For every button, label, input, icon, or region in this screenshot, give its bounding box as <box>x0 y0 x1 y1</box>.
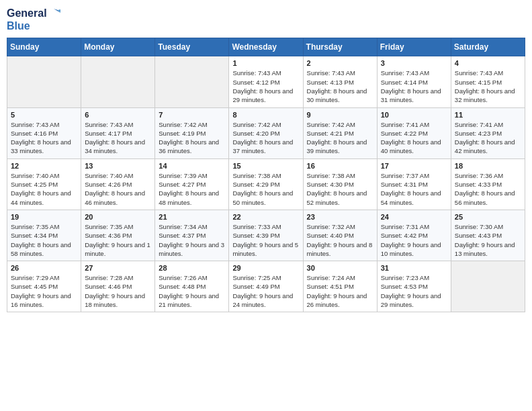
day-info: Sunrise: 7:32 AM Sunset: 4:40 PM Dayligh… <box>307 222 373 258</box>
day-info: Sunrise: 7:35 AM Sunset: 4:36 PM Dayligh… <box>85 222 151 258</box>
day-info: Sunrise: 7:43 AM Sunset: 4:13 PM Dayligh… <box>307 68 373 104</box>
day-number: 25 <box>455 213 521 221</box>
day-info: Sunrise: 7:26 AM Sunset: 4:48 PM Dayligh… <box>159 273 225 309</box>
day-info: Sunrise: 7:28 AM Sunset: 4:46 PM Dayligh… <box>85 273 151 309</box>
day-number: 15 <box>232 162 299 170</box>
day-number: 19 <box>11 213 77 221</box>
day-number: 22 <box>232 213 299 221</box>
day-info: Sunrise: 7:24 AM Sunset: 4:51 PM Dayligh… <box>307 273 373 309</box>
day-number: 24 <box>381 213 447 221</box>
calendar-week-row: 19Sunrise: 7:35 AM Sunset: 4:34 PM Dayli… <box>7 210 525 261</box>
calendar-cell: 1Sunrise: 7:43 AM Sunset: 4:12 PM Daylig… <box>229 56 303 107</box>
calendar-cell: 4Sunrise: 7:43 AM Sunset: 4:15 PM Daylig… <box>451 56 525 107</box>
logo-bird-icon <box>48 7 63 19</box>
day-info: Sunrise: 7:38 AM Sunset: 4:29 PM Dayligh… <box>232 171 299 207</box>
day-info: Sunrise: 7:30 AM Sunset: 4:43 PM Dayligh… <box>455 222 521 258</box>
calendar-cell: 6Sunrise: 7:43 AM Sunset: 4:17 PM Daylig… <box>81 107 155 158</box>
day-info: Sunrise: 7:43 AM Sunset: 4:12 PM Dayligh… <box>232 68 299 104</box>
calendar-cell: 13Sunrise: 7:40 AM Sunset: 4:26 PM Dayli… <box>81 158 155 210</box>
day-info: Sunrise: 7:25 AM Sunset: 4:49 PM Dayligh… <box>232 273 299 309</box>
calendar-table: SundayMondayTuesdayWednesdayThursdayFrid… <box>7 38 525 312</box>
calendar-cell: 12Sunrise: 7:40 AM Sunset: 4:25 PM Dayli… <box>7 158 81 210</box>
day-info: Sunrise: 7:33 AM Sunset: 4:39 PM Dayligh… <box>232 222 299 258</box>
day-info: Sunrise: 7:42 AM Sunset: 4:20 PM Dayligh… <box>232 120 299 156</box>
calendar-week-row: 12Sunrise: 7:40 AM Sunset: 4:25 PM Dayli… <box>7 158 525 210</box>
day-number: 20 <box>85 213 151 221</box>
day-number: 5 <box>11 111 77 119</box>
calendar-cell <box>155 56 229 107</box>
calendar-cell: 17Sunrise: 7:37 AM Sunset: 4:31 PM Dayli… <box>377 158 451 210</box>
day-info: Sunrise: 7:42 AM Sunset: 4:19 PM Dayligh… <box>159 120 225 156</box>
calendar-cell: 31Sunrise: 7:23 AM Sunset: 4:53 PM Dayli… <box>377 261 451 312</box>
day-info: Sunrise: 7:43 AM Sunset: 4:15 PM Dayligh… <box>455 68 521 104</box>
day-number: 7 <box>159 111 225 119</box>
weekday-header: Saturday <box>451 38 525 56</box>
day-number: 12 <box>11 162 77 170</box>
calendar-cell <box>81 56 155 107</box>
calendar-cell: 21Sunrise: 7:34 AM Sunset: 4:37 PM Dayli… <box>155 210 229 261</box>
day-info: Sunrise: 7:43 AM Sunset: 4:17 PM Dayligh… <box>85 120 151 156</box>
day-info: Sunrise: 7:40 AM Sunset: 4:26 PM Dayligh… <box>85 171 151 207</box>
weekday-header: Wednesday <box>229 38 303 56</box>
day-info: Sunrise: 7:38 AM Sunset: 4:30 PM Dayligh… <box>307 171 373 207</box>
day-number: 2 <box>307 59 373 67</box>
calendar-week-row: 26Sunrise: 7:29 AM Sunset: 4:45 PM Dayli… <box>7 261 525 312</box>
day-info: Sunrise: 7:23 AM Sunset: 4:53 PM Dayligh… <box>381 273 447 309</box>
calendar-week-row: 1Sunrise: 7:43 AM Sunset: 4:12 PM Daylig… <box>7 56 525 107</box>
weekday-header: Thursday <box>303 38 377 56</box>
day-number: 26 <box>11 264 77 272</box>
calendar-cell: 9Sunrise: 7:42 AM Sunset: 4:21 PM Daylig… <box>303 107 377 158</box>
day-info: Sunrise: 7:37 AM Sunset: 4:31 PM Dayligh… <box>381 171 447 207</box>
day-number: 1 <box>232 59 299 67</box>
logo: General Blue <box>7 7 63 32</box>
day-number: 11 <box>455 111 521 119</box>
calendar-cell: 5Sunrise: 7:43 AM Sunset: 4:16 PM Daylig… <box>7 107 81 158</box>
calendar-cell: 19Sunrise: 7:35 AM Sunset: 4:34 PM Dayli… <box>7 210 81 261</box>
calendar-cell: 25Sunrise: 7:30 AM Sunset: 4:43 PM Dayli… <box>451 210 525 261</box>
calendar-cell: 10Sunrise: 7:41 AM Sunset: 4:22 PM Dayli… <box>377 107 451 158</box>
day-info: Sunrise: 7:41 AM Sunset: 4:22 PM Dayligh… <box>381 120 447 156</box>
calendar-cell: 18Sunrise: 7:36 AM Sunset: 4:33 PM Dayli… <box>451 158 525 210</box>
calendar-cell: 24Sunrise: 7:31 AM Sunset: 4:42 PM Dayli… <box>377 210 451 261</box>
day-number: 17 <box>381 162 447 170</box>
calendar-cell: 26Sunrise: 7:29 AM Sunset: 4:45 PM Dayli… <box>7 261 81 312</box>
calendar-cell: 7Sunrise: 7:42 AM Sunset: 4:19 PM Daylig… <box>155 107 229 158</box>
day-info: Sunrise: 7:42 AM Sunset: 4:21 PM Dayligh… <box>307 120 373 156</box>
day-number: 27 <box>85 264 151 272</box>
calendar-cell: 30Sunrise: 7:24 AM Sunset: 4:51 PM Dayli… <box>303 261 377 312</box>
calendar-cell: 20Sunrise: 7:35 AM Sunset: 4:36 PM Dayli… <box>81 210 155 261</box>
calendar-cell: 23Sunrise: 7:32 AM Sunset: 4:40 PM Dayli… <box>303 210 377 261</box>
calendar-cell: 15Sunrise: 7:38 AM Sunset: 4:29 PM Dayli… <box>229 158 303 210</box>
day-number: 10 <box>381 111 447 119</box>
day-info: Sunrise: 7:31 AM Sunset: 4:42 PM Dayligh… <box>381 222 447 258</box>
weekday-header: Tuesday <box>155 38 229 56</box>
day-info: Sunrise: 7:43 AM Sunset: 4:14 PM Dayligh… <box>381 68 447 104</box>
day-info: Sunrise: 7:39 AM Sunset: 4:27 PM Dayligh… <box>159 171 225 207</box>
day-number: 28 <box>159 264 225 272</box>
day-info: Sunrise: 7:41 AM Sunset: 4:23 PM Dayligh… <box>455 120 521 156</box>
calendar-cell: 22Sunrise: 7:33 AM Sunset: 4:39 PM Dayli… <box>229 210 303 261</box>
day-number: 31 <box>381 264 447 272</box>
calendar-cell: 8Sunrise: 7:42 AM Sunset: 4:20 PM Daylig… <box>229 107 303 158</box>
weekday-header: Monday <box>81 38 155 56</box>
day-info: Sunrise: 7:40 AM Sunset: 4:25 PM Dayligh… <box>11 171 77 207</box>
calendar-cell: 2Sunrise: 7:43 AM Sunset: 4:13 PM Daylig… <box>303 56 377 107</box>
calendar-cell: 3Sunrise: 7:43 AM Sunset: 4:14 PM Daylig… <box>377 56 451 107</box>
day-info: Sunrise: 7:29 AM Sunset: 4:45 PM Dayligh… <box>11 273 77 309</box>
calendar-cell: 16Sunrise: 7:38 AM Sunset: 4:30 PM Dayli… <box>303 158 377 210</box>
calendar-cell <box>7 56 81 107</box>
day-number: 3 <box>381 59 447 67</box>
day-number: 16 <box>307 162 373 170</box>
logo-text: General Blue <box>7 7 63 32</box>
calendar-cell <box>451 261 525 312</box>
calendar-cell: 11Sunrise: 7:41 AM Sunset: 4:23 PM Dayli… <box>451 107 525 158</box>
calendar-cell: 14Sunrise: 7:39 AM Sunset: 4:27 PM Dayli… <box>155 158 229 210</box>
day-info: Sunrise: 7:35 AM Sunset: 4:34 PM Dayligh… <box>11 222 77 258</box>
day-number: 4 <box>455 59 521 67</box>
weekday-header: Friday <box>377 38 451 56</box>
weekday-header: Sunday <box>7 38 81 56</box>
day-info: Sunrise: 7:34 AM Sunset: 4:37 PM Dayligh… <box>159 222 225 258</box>
day-number: 14 <box>159 162 225 170</box>
day-number: 21 <box>159 213 225 221</box>
day-number: 18 <box>455 162 521 170</box>
